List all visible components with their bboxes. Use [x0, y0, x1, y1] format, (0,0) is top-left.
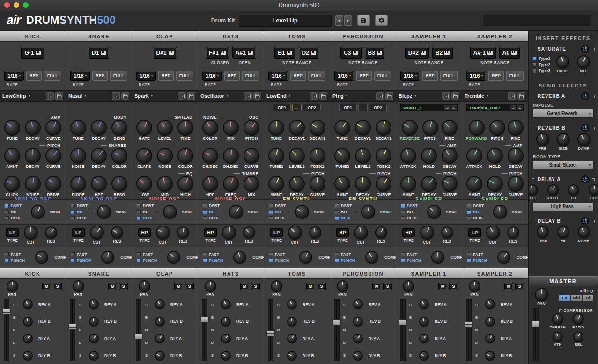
knob-freq[interactable] [224, 177, 238, 191]
op-tab-op2[interactable]: OP2 [369, 104, 387, 111]
full-button[interactable]: FULL [440, 71, 458, 81]
fader-handle[interactable] [134, 334, 143, 340]
send-knob-rev-a[interactable] [288, 300, 296, 308]
prev-sample-button[interactable]: ◀ [510, 105, 516, 110]
filter-type-button[interactable]: LP [72, 228, 85, 237]
send-knob-dly-b[interactable] [24, 352, 32, 360]
comp-knob[interactable] [498, 252, 509, 263]
rate-select[interactable]: 1/16▾ [334, 71, 354, 81]
rep-button[interactable]: REP [356, 71, 372, 81]
knob-tune[interactable] [5, 121, 19, 135]
send-knob-rev-a[interactable] [486, 300, 494, 308]
punch-toggle[interactable]: PUNCH [467, 258, 487, 263]
solo-button[interactable]: S [185, 283, 194, 290]
solo-button[interactable]: S [515, 283, 524, 290]
knob-mid[interactable] [158, 177, 172, 191]
comp-knob[interactable] [102, 252, 113, 263]
close-button[interactable] [4, 2, 10, 8]
save-preset-button[interactable] [451, 92, 459, 100]
send-knob-dly-a[interactable] [288, 335, 296, 342]
filter-cutoff-knob[interactable] [157, 226, 169, 239]
save-preset-button[interactable] [55, 92, 63, 100]
send-knob-rev-a[interactable] [354, 300, 362, 308]
crush-option-dsrt[interactable]: DSRT [5, 204, 22, 208]
crush-option-dsrt[interactable]: DSRT [203, 204, 220, 208]
filter-resonance-knob[interactable] [178, 227, 188, 238]
crush-option-dsrt[interactable]: DSRT [467, 204, 484, 208]
knob-pre[interactable] [537, 134, 548, 145]
knob-mix[interactable] [244, 177, 258, 191]
kill-eq-hi-button[interactable]: Hi [583, 295, 593, 301]
crush-amount-knob[interactable] [32, 206, 44, 218]
next-kit-button[interactable]: ▶ [344, 15, 352, 26]
filter-resonance-knob[interactable] [46, 227, 56, 238]
knob-decay[interactable] [422, 177, 436, 191]
knob-drive[interactable] [46, 177, 60, 191]
kit-name-field[interactable] [483, 15, 591, 26]
comp-knob[interactable] [168, 252, 179, 263]
knob-gate[interactable] [137, 121, 151, 135]
knob-bend[interactable] [112, 121, 126, 135]
filter-cutoff-knob[interactable] [25, 226, 37, 239]
send-knob-rev-a[interactable] [90, 300, 98, 308]
full-button[interactable]: FULL [374, 71, 391, 81]
knob-pitch[interactable] [490, 121, 504, 135]
preset-select[interactable]: Ping▾ [332, 93, 376, 99]
delay-b-power-icon[interactable] [582, 218, 589, 225]
rep-button[interactable]: REP [488, 71, 504, 81]
crush-option-deci[interactable]: DECI [203, 216, 220, 220]
pan-knob[interactable] [338, 281, 347, 291]
send-knob-dly-b[interactable] [354, 352, 362, 360]
knob-rel[interactable] [574, 333, 583, 341]
random-preset-button[interactable] [46, 92, 54, 100]
note-button[interactable]: C3 [340, 47, 361, 59]
full-button[interactable]: FULL [308, 71, 325, 81]
collapse-bracket-icon[interactable] [559, 309, 562, 312]
preset-select[interactable]: Nasal▾ [68, 93, 112, 99]
send-knob-rev-b[interactable] [24, 318, 32, 326]
crush-amount-knob[interactable] [230, 206, 242, 218]
op-tab-op1[interactable]: OP1 [273, 104, 291, 111]
knob-damp[interactable] [579, 227, 589, 237]
collapse-bracket-icon[interactable] [532, 127, 534, 130]
crush-option-dsrt[interactable]: DSRT [71, 204, 88, 208]
random-preset-button[interactable] [442, 92, 450, 100]
solo-button[interactable]: S [53, 283, 62, 290]
volume-fader[interactable] [400, 299, 406, 361]
knob-level2[interactable] [290, 149, 304, 163]
knob-amnt[interactable] [467, 177, 481, 191]
send-knob-dly-b[interactable] [90, 352, 98, 360]
knob-curve[interactable] [443, 177, 457, 191]
random-preset-button[interactable] [310, 92, 318, 100]
filter-type-button[interactable]: BP [336, 228, 349, 237]
knob-amnt[interactable] [335, 177, 349, 191]
rep-button[interactable]: REP [92, 71, 108, 81]
collapse-bracket-icon[interactable] [532, 95, 534, 98]
comp-knob[interactable] [432, 252, 443, 263]
mute-button[interactable]: M [372, 283, 381, 290]
note-button[interactable]: F#1 [206, 47, 229, 59]
crush-option-deci[interactable]: DECI [137, 216, 154, 220]
full-button[interactable]: FULL [176, 71, 193, 81]
mute-button[interactable]: M [174, 283, 183, 290]
next-sample-button[interactable]: ▶ [451, 105, 457, 110]
note-button[interactable]: B2 [432, 47, 453, 59]
op-route-toggle[interactable]: ← [292, 104, 302, 111]
punch-toggle[interactable]: PUNCH [137, 258, 157, 263]
knob-mix[interactable] [224, 121, 238, 135]
send-knob-dly-a[interactable] [90, 335, 98, 342]
preset-select[interactable]: LowChirp▾ [2, 93, 46, 99]
random-preset-button[interactable] [112, 92, 120, 100]
knob-size[interactable] [558, 134, 569, 145]
knob-drive[interactable] [557, 56, 568, 67]
reverb-a-power-icon[interactable] [582, 93, 589, 100]
send-knob-rev-b[interactable] [222, 318, 230, 326]
comp-knob[interactable] [234, 252, 245, 263]
knob-amnt[interactable] [5, 149, 19, 163]
collapse-bracket-icon[interactable] [592, 127, 595, 130]
save-preset-button[interactable] [385, 92, 393, 100]
knob-hpf[interactable] [92, 177, 106, 191]
crush-option-bit[interactable]: BIT [71, 210, 88, 214]
fast-toggle[interactable]: FAST [137, 252, 157, 257]
note-button[interactable]: A0 [499, 47, 520, 59]
